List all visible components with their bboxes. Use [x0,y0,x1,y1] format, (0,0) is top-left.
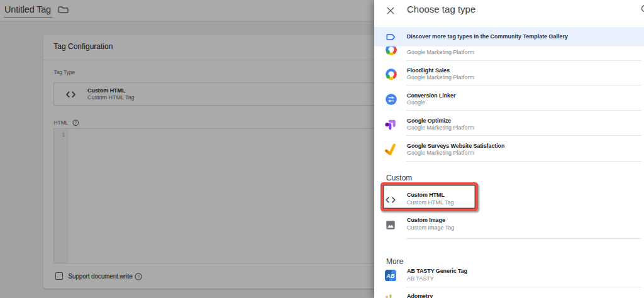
svg-text:AB: AB [386,273,395,279]
